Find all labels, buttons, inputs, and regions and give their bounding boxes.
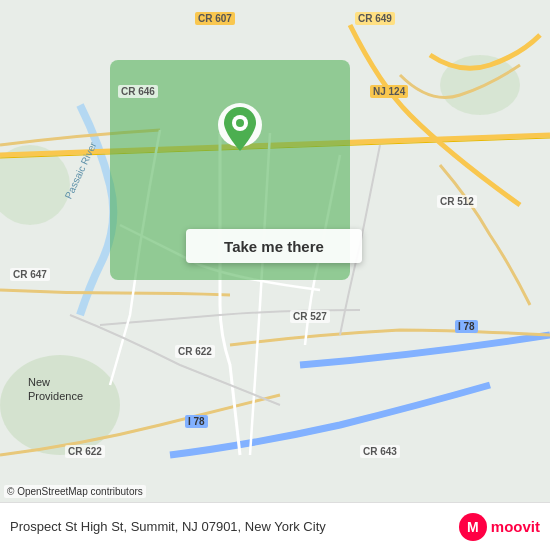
road-label-i78-bottom: I 78 xyxy=(185,415,208,428)
road-label-nj124: NJ 124 xyxy=(370,85,408,98)
moovit-text: moovit xyxy=(491,518,540,535)
road-label-cr646: CR 646 xyxy=(118,85,158,98)
moovit-icon: M xyxy=(459,513,487,541)
road-label-cr527: CR 527 xyxy=(290,310,330,323)
road-label-cr643: CR 643 xyxy=(360,445,400,458)
road-label-cr649: CR 649 xyxy=(355,12,395,25)
location-pin xyxy=(218,108,262,152)
road-label-cr512: CR 512 xyxy=(437,195,477,208)
road-label-cr647: CR 647 xyxy=(10,268,50,281)
road-label-cr622-mid: CR 622 xyxy=(175,345,215,358)
new-providence-label: NewProvidence xyxy=(28,375,83,404)
svg-point-0 xyxy=(0,355,120,455)
road-label-cr607: CR 607 xyxy=(195,12,235,25)
attribution: © OpenStreetMap contributors xyxy=(4,485,146,498)
map-container: Take me there CR 607 CR 649 CR 646 NJ 12… xyxy=(0,0,550,550)
take-me-there-button[interactable]: Take me there xyxy=(186,229,362,263)
road-label-cr622-bottom: CR 622 xyxy=(65,445,105,458)
address-text: Prospect St High St, Summit, NJ 07901, N… xyxy=(10,519,459,534)
svg-point-7 xyxy=(236,119,244,127)
bottom-bar: Prospect St High St, Summit, NJ 07901, N… xyxy=(0,502,550,550)
road-label-i78-right: I 78 xyxy=(455,320,478,333)
moovit-logo: M moovit xyxy=(459,513,540,541)
